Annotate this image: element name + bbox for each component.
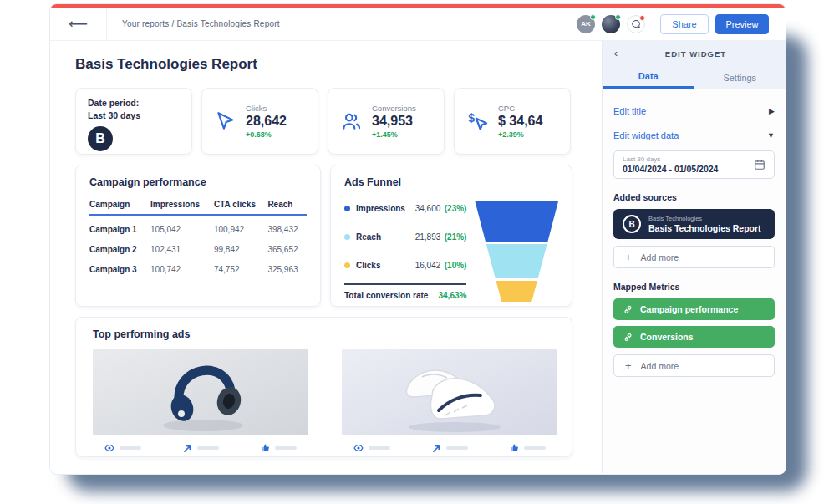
calendar-icon <box>754 159 765 171</box>
ad-item-sneakers <box>342 349 557 453</box>
caret-down-icon: ▼ <box>767 131 775 140</box>
add-source-button[interactable]: + Add more <box>613 246 775 268</box>
ad-image-headphones[interactable] <box>93 349 308 435</box>
legend-label: Impressions <box>356 204 415 213</box>
views-stat <box>353 443 390 453</box>
plus-icon: + <box>625 360 632 371</box>
dollar-cursor-icon: $ <box>466 110 488 132</box>
kpi-card-cpc[interactable]: $ CPC $ 34,64 +2.39% <box>454 88 571 155</box>
edit-title-row[interactable]: Edit title ▶ <box>613 101 775 121</box>
campaign-table: Campaign Impressions CTA clicks Reach Ca… <box>89 196 307 276</box>
link-icon <box>623 333 633 342</box>
clicks-stat <box>183 443 219 453</box>
thumbs-up-icon <box>509 443 519 453</box>
header-actions: AK Share Preview <box>577 14 786 34</box>
widget-title: Ads Funnel <box>344 176 558 188</box>
stat-placeholder-bar <box>446 446 468 450</box>
page-title: Basis Technologies Report <box>75 56 602 73</box>
col-header: Campaign <box>89 196 150 215</box>
kpi-label: Conversions <box>372 104 416 113</box>
online-dot <box>615 14 621 20</box>
source-name: Basis Technologies Report <box>648 223 761 233</box>
funnel-stage-impressions <box>475 201 558 242</box>
total-label: Total conversion rate <box>344 291 439 300</box>
legend-dot <box>344 262 350 268</box>
cell: 100,742 <box>150 256 214 276</box>
cell: 74,752 <box>214 256 267 276</box>
likes-stat <box>260 443 297 453</box>
people-icon <box>340 110 362 132</box>
top-ads-widget[interactable]: Top performing ads <box>75 317 572 457</box>
arrow-icon <box>432 444 441 453</box>
ad-item-headphones <box>93 349 308 453</box>
kpi-label: Clicks <box>246 104 287 113</box>
date-range-picker[interactable]: Last 30 days 01/04/2024 - 01/05/2024 <box>613 150 775 179</box>
panel-tabs: Data Settings <box>603 66 786 89</box>
kpi-delta: +0.68% <box>246 130 287 139</box>
cell: 102,431 <box>150 236 214 256</box>
back-button[interactable]: ⟵ <box>50 8 107 40</box>
avatar-initials: AK <box>581 20 591 28</box>
breadcrumb[interactable]: Your reports / Basis Technologies Report <box>122 19 280 28</box>
panel-title: EDIT WIDGET <box>618 49 774 59</box>
metric-pill-conversions[interactable]: Conversions <box>613 326 775 348</box>
source-logo: B <box>623 215 641 233</box>
edit-widget-panel: ‹ EDIT WIDGET Data Settings Edit title ▶… <box>602 41 786 473</box>
tab-settings[interactable]: Settings <box>694 66 786 89</box>
app-window: ⟵ Your reports / Basis Technologies Repo… <box>50 4 786 474</box>
campaign-performance-widget[interactable]: Campaign performance Campaign Impression… <box>75 165 321 307</box>
legend-label: Clicks <box>356 261 415 270</box>
source-card-basis[interactable]: B Basis Technologies Basis Technologies … <box>613 209 775 239</box>
add-more-label: Add more <box>641 252 679 262</box>
ad-stats <box>342 435 557 453</box>
metric-label: Campaign performance <box>640 304 738 314</box>
caret-right-icon: ▶ <box>769 107 775 115</box>
kpi-value: 28,642 <box>246 114 287 129</box>
cursor-icon <box>214 110 236 132</box>
date-range-value: 01/04/2024 - 01/05/2024 <box>623 164 754 174</box>
avatar-ak[interactable]: AK <box>577 15 595 33</box>
cell: 365,652 <box>267 236 307 256</box>
ad-stats <box>93 435 308 453</box>
date-period-card[interactable]: Date period: Last 30 days B <box>75 88 192 155</box>
tab-data[interactable]: Data <box>603 66 694 89</box>
legend-pct: (21%) <box>445 232 467 242</box>
headphones-illustration <box>93 349 308 435</box>
preview-button[interactable]: Preview <box>715 14 769 34</box>
ad-image-sneakers[interactable] <box>342 349 557 435</box>
widget-title: Campaign performance <box>89 176 307 188</box>
col-header: Impressions <box>150 196 214 215</box>
metric-label: Conversions <box>640 332 694 342</box>
cell: 398,432 <box>267 215 307 236</box>
col-header: Reach <box>267 196 307 215</box>
avatar-photo[interactable] <box>602 15 620 33</box>
top-header: ⟵ Your reports / Basis Technologies Repo… <box>50 8 786 41</box>
share-button[interactable]: Share <box>660 14 709 34</box>
date-period-value: Last 30 days <box>88 109 180 122</box>
widget-title: Top performing ads <box>93 328 555 340</box>
add-metric-button[interactable]: + Add more <box>613 354 775 377</box>
legend-pct: (23%) <box>445 204 467 213</box>
svg-text:$: $ <box>468 111 475 125</box>
funnel-stage-clicks <box>475 281 558 302</box>
date-period-label: Date period: <box>88 97 180 109</box>
kpi-card-clicks[interactable]: Clicks 28,642 +0.68% <box>201 88 318 155</box>
basis-logo: B <box>88 126 113 151</box>
eye-icon <box>353 443 364 453</box>
metric-pill-campaign-performance[interactable]: Campaign performance <box>613 298 775 320</box>
report-canvas: Basis Technologies Report Date period: L… <box>50 41 602 473</box>
total-value: 34,63% <box>439 291 467 300</box>
legend-value: 16,042 <box>415 261 441 270</box>
comments-button[interactable] <box>627 15 645 33</box>
ads-funnel-widget[interactable]: Ads Funnel Impressions 34,600 (23%) <box>330 165 572 307</box>
kpi-card-conversions[interactable]: Conversions 34,953 +1.45% <box>328 88 445 155</box>
legend-item: Reach 21,893 (21%) <box>344 227 466 247</box>
add-more-label: Add more <box>641 361 679 371</box>
edit-title-link: Edit title <box>613 106 769 116</box>
table-row: Campaign 1 105,042 100,942 398,432 <box>89 215 307 236</box>
kpi-label: CPC <box>498 104 542 113</box>
cell: Campaign 3 <box>89 256 150 276</box>
sneakers-illustration <box>342 349 557 435</box>
likes-stat <box>509 443 546 453</box>
edit-widget-data-row[interactable]: Edit widget data ▼ <box>613 125 775 145</box>
